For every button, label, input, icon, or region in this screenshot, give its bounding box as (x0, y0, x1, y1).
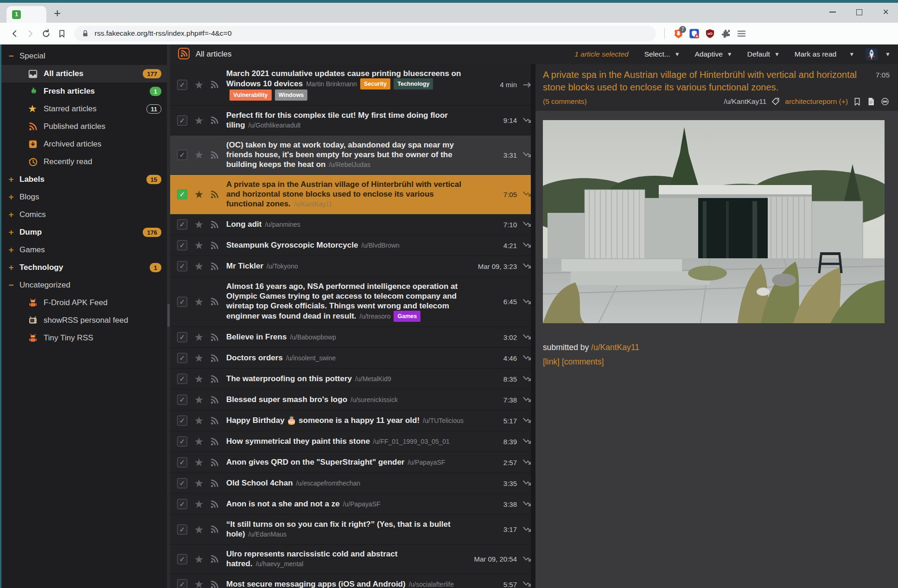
publish-rss-icon[interactable] (210, 458, 219, 467)
star-icon[interactable]: ★ (193, 261, 204, 271)
article-row-title[interactable]: Almost 16 years ago, NSA performed intel… (226, 282, 458, 320)
forward-button[interactable] (22, 26, 38, 41)
article-row-title[interactable]: Most secure messaging apps (iOS and Andr… (226, 580, 406, 588)
article-row[interactable]: ★ Almost 16 years ago, NSA performed int… (170, 277, 531, 327)
star-icon[interactable]: ★ (193, 457, 204, 467)
star-icon[interactable]: ★ (193, 189, 204, 199)
article-title-link[interactable]: A private spa in the Austrian village of… (543, 69, 876, 94)
article-tag-security[interactable]: Security (360, 78, 390, 89)
sidebar-item-published-articles[interactable]: Published articles (0, 118, 167, 135)
article-row[interactable]: ★ Blessed super smash bro's logo/u/suren… (170, 390, 531, 410)
publish-rss-icon[interactable] (210, 115, 219, 125)
star-icon[interactable]: ★ (193, 115, 204, 126)
publish-rss-icon[interactable] (210, 332, 219, 342)
article-row-title[interactable]: Ulro represents narcissistic cold and ab… (226, 550, 397, 568)
article-row-title[interactable]: A private spa in the Austrian village of… (226, 180, 461, 208)
article-links[interactable]: [link] [comments] (543, 357, 890, 367)
article-row[interactable]: ★ “It still turns on so you can fix it r… (170, 515, 531, 544)
bookmark-icon[interactable] (853, 97, 862, 106)
pane-divider[interactable] (531, 64, 535, 588)
expander-icon[interactable]: + (7, 174, 15, 185)
article-row-title[interactable]: Anon is not a she and not a ze (226, 499, 340, 508)
star-icon[interactable]: ★ (193, 332, 204, 342)
article-row-title[interactable]: Mr Tickler (226, 262, 263, 270)
sidebar-item-showrss-personal-feed[interactable]: showRSS personal feed (0, 312, 167, 329)
publish-rss-icon[interactable] (210, 395, 219, 405)
article-row[interactable]: ★ The waterproofing on this pottery/u/Me… (170, 369, 531, 390)
row-checkbox[interactable] (177, 415, 187, 426)
ublock-icon[interactable]: uO (702, 26, 718, 41)
brave-shield-icon[interactable]: 7 (670, 26, 686, 41)
sidebar-item-tiny-tiny-rss[interactable]: Tiny Tiny RSS (0, 329, 167, 347)
article-tag-windows[interactable]: Windows (275, 89, 308, 101)
row-checkbox[interactable] (177, 524, 187, 535)
publish-rss-icon[interactable] (210, 220, 219, 230)
row-checkbox[interactable] (177, 478, 187, 488)
article-row[interactable]: ★ Anon gives QRD on the "SuperStraight" … (170, 452, 531, 473)
sidebar-item-recently-read[interactable]: Recently read (0, 153, 167, 171)
article-row[interactable]: ★ How symmetrical they paint this stone/… (170, 431, 531, 452)
row-checkbox[interactable] (177, 261, 187, 271)
sidebar-item-technology[interactable]: + Technology 1 (0, 259, 167, 276)
submitted-author-link[interactable]: /u/KantKay11 (591, 343, 639, 352)
article-row-title[interactable]: Steampunk Gyroscopic Motorcycle (226, 241, 358, 249)
url-bar[interactable]: rss.fakecake.org/tt-rss/index.php#f=-4&c… (74, 26, 656, 41)
mark-as-read-dropdown[interactable]: Mark as read▼ (791, 48, 858, 60)
row-checkbox[interactable] (177, 332, 187, 342)
article-row[interactable]: ★ Believe in Frens/u/Babowpbowp 3:02 (170, 327, 531, 348)
article-row-title[interactable]: How symmetrical they paint this stone (226, 437, 370, 446)
sidebar-item-comics[interactable]: + Comics (0, 206, 167, 224)
article-row-title[interactable]: Blessed super smash bro's logo (226, 395, 347, 404)
publish-rss-icon[interactable] (210, 524, 219, 534)
back-button[interactable] (6, 26, 22, 41)
expander-icon[interactable]: + (7, 210, 15, 220)
sidebar-item-blogs[interactable]: + Blogs (0, 188, 167, 206)
article-row[interactable]: ★ Steampunk Gyroscopic Motorcycle/u/Blvd… (170, 235, 531, 256)
publish-rss-icon[interactable] (210, 374, 219, 384)
sidebar-item-all-articles[interactable]: All articles 177 (0, 65, 167, 83)
star-icon[interactable]: ★ (193, 478, 204, 488)
expander-icon[interactable]: − (7, 51, 15, 61)
article-row[interactable]: ★ A private spa in the Austrian village … (170, 175, 531, 214)
row-checkbox[interactable] (177, 80, 187, 90)
bookmark-button[interactable] (54, 26, 70, 41)
sidebar-item-special[interactable]: − Special (0, 47, 167, 65)
article-row[interactable]: ★ Long adit/u/panmines 7:10 (170, 214, 531, 235)
row-checkbox[interactable] (177, 115, 187, 126)
splitter-grip[interactable] (167, 304, 170, 327)
publish-rss-icon[interactable] (210, 580, 219, 588)
comments-link[interactable]: (5 comments) (543, 97, 587, 106)
star-icon[interactable]: ★ (193, 80, 204, 90)
row-checkbox[interactable] (177, 554, 187, 564)
star-icon[interactable]: ★ (193, 297, 204, 307)
article-tag-vulnerability[interactable]: Vulnerability (229, 89, 272, 101)
extensions-puzzle-icon[interactable] (718, 26, 733, 41)
star-icon[interactable]: ★ (193, 524, 204, 535)
sidebar-item-dump[interactable]: + Dump 176 (0, 224, 167, 241)
publish-rss-icon[interactable] (210, 416, 219, 426)
maximize-button[interactable] (856, 9, 862, 15)
article-row-title[interactable]: Happy Birthday 🎂 someone is a happy 11 y… (226, 416, 420, 425)
row-checkbox[interactable] (177, 297, 187, 307)
row-checkbox[interactable] (177, 353, 187, 363)
article-row[interactable]: ★ Perfect fit for this complex tile cut!… (170, 106, 531, 135)
article-row[interactable]: ★ Anon is not a she and not a ze/u/Papay… (170, 494, 531, 515)
publish-rss-icon[interactable] (210, 554, 219, 564)
view-mode-dropdown[interactable]: Adaptive▼ (691, 48, 736, 60)
link-icon[interactable] (880, 97, 890, 106)
sidebar-item-games[interactable]: + Games (0, 241, 167, 259)
star-icon[interactable]: ★ (193, 579, 204, 588)
note-icon[interactable] (866, 97, 876, 106)
article-row-title[interactable]: Old School 4chan (226, 479, 293, 487)
expander-icon[interactable]: − (7, 280, 15, 290)
article-row[interactable]: ★ (OC) taken by me at work today, abando… (170, 135, 531, 175)
article-feed-tag-link[interactable]: architectureporn (+) (785, 97, 848, 106)
reload-button[interactable] (38, 26, 54, 41)
publish-rss-icon[interactable] (210, 80, 219, 89)
profile-menu-chevron-icon[interactable]: ▼ (885, 51, 891, 58)
star-icon[interactable]: ★ (193, 415, 204, 426)
article-tag-games[interactable]: Games (394, 311, 420, 322)
article-row[interactable]: ★ Happy Birthday 🎂 someone is a happy 11… (170, 410, 531, 431)
row-checkbox[interactable] (177, 436, 187, 447)
sidebar-item-uncategorized[interactable]: − Uncategorized (0, 276, 167, 294)
